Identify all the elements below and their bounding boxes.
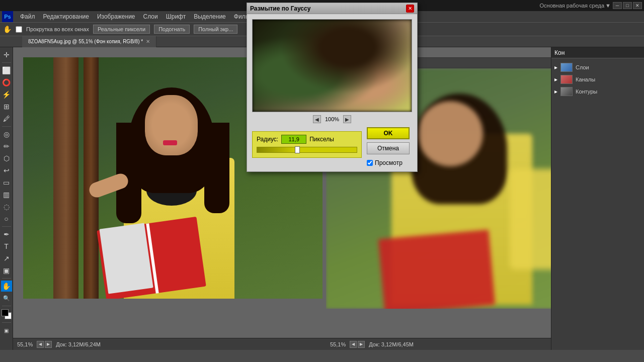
minimize-button[interactable]: ─: [613, 2, 622, 9]
brush-tool[interactable]: ✏: [1, 141, 12, 152]
tool-separator-5: [2, 306, 11, 306]
nav-prev-right[interactable]: ◀: [350, 341, 357, 348]
layers-icon: [560, 63, 573, 72]
tree-trunk-1: [53, 57, 78, 299]
dialog-preview-area[interactable]: [252, 19, 412, 112]
scroll-all-checkbox[interactable]: [16, 26, 22, 33]
ok-button[interactable]: OK: [367, 127, 410, 139]
menu-select[interactable]: Выделение: [190, 12, 230, 21]
right-panel-content: ▸ Слои ▸ Каналы ▸ Контуры: [551, 58, 644, 350]
menu-layers[interactable]: Слои: [139, 12, 162, 21]
nav-buttons-right: ◀ ▶: [350, 341, 365, 348]
dialog-title: Размытие по Гауссу: [250, 5, 310, 12]
eyedropper-tool[interactable]: 🖉: [1, 113, 12, 124]
channels-expand-icon: ▸: [554, 76, 557, 83]
workspace-text: Основная рабочая среда: [540, 3, 605, 9]
blurred-face: [418, 101, 483, 166]
zoom-level-display: 100%: [325, 116, 339, 122]
nav-prev-left[interactable]: ◀: [37, 341, 44, 348]
layers-expand-icon: ▸: [554, 64, 557, 71]
close-button[interactable]: ✕: [633, 2, 642, 9]
color-selector[interactable]: [2, 309, 12, 319]
radius-area: Радиус: Пикселы: [252, 131, 362, 158]
cancel-button[interactable]: Отмена: [367, 142, 410, 154]
radius-slider[interactable]: [257, 147, 357, 153]
dialog-close-button[interactable]: ✕: [406, 5, 414, 13]
eraser-tool[interactable]: ▭: [1, 177, 12, 188]
nav-next-right[interactable]: ▶: [358, 341, 365, 348]
move-tool[interactable]: ✛: [1, 49, 12, 60]
marquee-tool[interactable]: ⬜: [1, 65, 12, 76]
panel-paths-row[interactable]: ▸ Контуры: [554, 85, 641, 98]
full-screen-button[interactable]: Полный экр...: [194, 25, 237, 34]
workspace-arrow-icon: ▼: [605, 3, 611, 9]
dialog-body: ◀ 100% ▶ Радиус: Пикселы: [247, 14, 417, 171]
doc-info-left: Док: 3,12M/6,24M: [56, 341, 101, 347]
menu-type[interactable]: Шрифт: [162, 12, 190, 21]
zoom-in-button[interactable]: ▶: [343, 115, 351, 123]
app-logo: Ps: [2, 11, 13, 22]
radius-unit-label: Пикселы: [309, 136, 334, 143]
window-controls: ─ □ ✕: [613, 2, 642, 9]
zoom-tool[interactable]: 🔍: [1, 293, 12, 304]
right-panel-header: Кон: [551, 47, 644, 58]
pen-tool[interactable]: ✒: [1, 229, 12, 240]
preview-checkbox[interactable]: [367, 160, 373, 166]
book-pages-left: [99, 223, 153, 294]
tab-left-doc[interactable]: 8ZOA8FN5Aug.jpg @ 55,1% (Фон копия, RGB/…: [22, 36, 156, 47]
history-brush-tool[interactable]: ↩: [1, 165, 12, 176]
hand-tool[interactable]: ✋: [1, 281, 12, 292]
woman-face: [145, 95, 198, 155]
heal-tool[interactable]: ◎: [1, 129, 12, 140]
doc-info-right: Док: 3,12M/6,45M: [369, 341, 414, 347]
menu-image[interactable]: Изображение: [93, 12, 139, 21]
zoom-level-right: 55,1%: [330, 341, 346, 347]
tool-separator-3: [2, 226, 11, 227]
fit-button[interactable]: Подогнать: [154, 25, 190, 34]
type-tool[interactable]: T: [1, 241, 12, 252]
tool-separator-6: [2, 322, 11, 323]
panel-channels-row[interactable]: ▸ Каналы: [554, 73, 641, 85]
radius-label: Радиус:: [257, 136, 278, 143]
gradient-tool[interactable]: ▥: [1, 189, 12, 200]
woman-lips: [163, 140, 177, 145]
dialog-right-controls: OK Отмена Просмотр: [367, 127, 412, 166]
status-bar-left: 55,1% ◀ ▶ Док: 3,12M/6,24M: [13, 338, 326, 350]
preview-checkbox-row: Просмотр: [367, 159, 412, 166]
tab-left-title: 8ZOA8FN5Aug.jpg @ 55,1% (Фон копия, RGB/…: [28, 39, 143, 44]
panel-layers-row[interactable]: ▸ Слои: [554, 61, 641, 73]
woman-hair-side-right: [204, 123, 229, 213]
zoom-out-button[interactable]: ◀: [313, 115, 321, 123]
shape-tool[interactable]: ▣: [1, 265, 12, 276]
menu-edit[interactable]: Редактирование: [39, 12, 93, 21]
dodge-tool[interactable]: ○: [1, 213, 12, 224]
radius-input-field[interactable]: [281, 135, 306, 144]
tab-left-close[interactable]: ✕: [146, 39, 150, 44]
right-panel: Кон ▸ Слои ▸ Каналы ▸ Контуры: [551, 47, 644, 350]
actual-pixels-button[interactable]: Реальные пиксели: [93, 25, 150, 34]
nav-next-left[interactable]: ▶: [45, 341, 52, 348]
hand-tool-icon: ✋: [3, 25, 12, 33]
radius-input-row: Радиус: Пикселы: [257, 135, 357, 144]
status-bar-right: 55,1% ◀ ▶ Док: 3,12M/6,45M: [326, 338, 551, 350]
dialog-content-row: Радиус: Пикселы OK Отмена Просмотр: [252, 127, 412, 166]
right-panel-title: Кон: [554, 49, 565, 56]
tree-trunk-2: [84, 57, 99, 299]
workspace-label: Основная рабочая среда ▼: [540, 3, 613, 9]
layers-label: Слои: [576, 64, 589, 70]
screen-mode-tool[interactable]: ▣: [1, 325, 12, 336]
blurred-book: [378, 230, 495, 309]
blur-tool[interactable]: ◌: [1, 201, 12, 212]
path-select-tool[interactable]: ↗: [1, 253, 12, 264]
menu-file[interactable]: Файл: [16, 12, 39, 21]
paths-expand-icon: ▸: [554, 88, 557, 95]
blurred-sleeve: [510, 169, 551, 269]
paths-icon: [560, 87, 573, 96]
restore-button[interactable]: □: [623, 2, 632, 9]
quick-select-tool[interactable]: ⚡: [1, 89, 12, 100]
tool-separator-4: [2, 278, 11, 279]
crop-tool[interactable]: ⊞: [1, 101, 12, 112]
stamp-tool[interactable]: ⬡: [1, 153, 12, 164]
preview-checkbox-label: Просмотр: [375, 159, 403, 166]
lasso-tool[interactable]: ⭕: [1, 77, 12, 88]
